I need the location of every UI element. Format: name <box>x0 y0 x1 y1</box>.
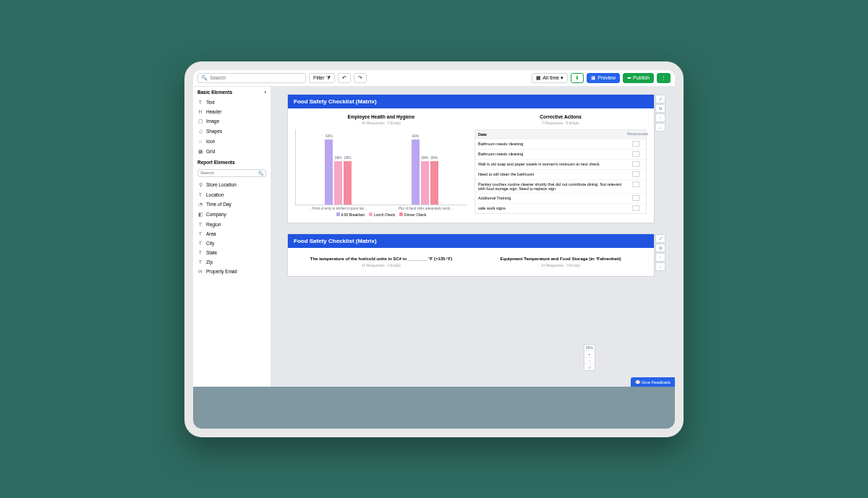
th-date: Date <box>475 130 626 139</box>
zoom-out-button[interactable]: − <box>584 358 595 364</box>
filter-icon: ⧩ <box>326 75 331 81</box>
table-row: Need to still clean the bathroom <box>475 169 646 179</box>
report-card-2[interactable]: ⤢ ⧉ ↑ ↓ Food Safety Checklist (Matrix) T… <box>287 233 655 278</box>
sidebar-item[interactable]: TCity <box>193 239 271 248</box>
bottom-band <box>193 387 675 429</box>
chart-bar: 28% <box>344 161 352 204</box>
sidebar-item[interactable]: ▦Grid <box>193 147 271 157</box>
bar-chart: 42%28%28%42%28%28% <box>295 129 467 205</box>
chart-legend: 6:00 BreakfastLunch CheckDinner Check <box>295 212 467 217</box>
report-card-1[interactable]: ⚙ ⤢ ⧉ ↑ ↓ Food Safety Checklist (Matrix)… <box>287 94 655 223</box>
card-body: The temperature of the hot/cold units in… <box>288 248 654 277</box>
zoom-in-button[interactable]: + <box>584 351 595 358</box>
item-icon: ⚲ <box>197 182 203 188</box>
card-up-button[interactable]: ↑ <box>655 113 665 122</box>
td-resp <box>626 170 646 179</box>
sidebar-item[interactable]: TState <box>193 248 271 257</box>
publish-menu-button[interactable]: ⋮ <box>657 73 671 83</box>
card-expand-button[interactable]: ⤢ <box>655 234 665 243</box>
sidebar-search[interactable]: 🔍 <box>197 169 266 177</box>
chart-x-labels: …Point of entry to kitchen in good rep……… <box>295 207 467 210</box>
report-elements-header[interactable]: Report Elements <box>193 157 271 168</box>
table-row: Wall is old soap and paper towels in wom… <box>475 159 646 169</box>
chevron-left-icon: ‹ <box>265 90 266 95</box>
item-icon: ◇ <box>197 129 203 134</box>
item-label: Icon <box>206 139 215 144</box>
sidebar-item[interactable]: TRegion <box>193 220 271 229</box>
question-col-left: The temperature of the hot/cold units in… <box>295 257 467 268</box>
table-subtitle: 7 Responses · 0 Empty <box>475 121 647 125</box>
item-label: Region <box>206 222 221 227</box>
card-expand-button[interactable]: ⤢ <box>655 95 665 103</box>
sidebar-item[interactable]: ◇Shapes <box>193 126 271 137</box>
card-toolbar: ⤢ ⧉ ↑ ↓ <box>655 234 665 271</box>
sidebar-item[interactable]: ☆Icon <box>193 137 271 147</box>
table-title: Corrective Actions <box>475 114 647 119</box>
question-col-right: Equipment Temperature and Food Storage (… <box>475 257 647 268</box>
td-resp <box>626 150 646 159</box>
download-button[interactable]: ⬇ <box>571 73 584 83</box>
item-label: Header <box>206 109 221 114</box>
item-label: Time of Day <box>206 202 231 207</box>
sidebar-item[interactable]: ⚲Store Location <box>193 180 271 190</box>
app-body: Basic Elements ‹ TTextHHeader▢Image◇Shap… <box>193 87 675 429</box>
filter-button[interactable]: Filter ⧩ <box>309 73 335 83</box>
item-icon: T <box>197 250 203 255</box>
item-icon: ✉ <box>197 269 203 275</box>
item-icon: ☆ <box>197 139 203 145</box>
timerange-button[interactable]: ▦ All time ▾ <box>532 73 568 83</box>
top-toolbar: 🔍 Filter ⧩ ↶ ↷ ▦ All time ▾ ⬇ ▣ Preview … <box>193 70 675 87</box>
card-toolbar: ⤢ ⧉ ↑ ↓ <box>655 95 665 132</box>
sidebar-item[interactable]: TText <box>193 98 271 107</box>
chart-subtitle: 14 Responses · 0 Empty <box>295 121 467 125</box>
chart-bar: 28% <box>430 161 438 204</box>
item-label: Company <box>206 212 226 217</box>
item-label: City <box>206 241 214 246</box>
sidebar-item[interactable]: TLocation <box>193 190 271 199</box>
sidebar-item[interactable]: HHeader <box>193 107 271 116</box>
sidebar-item[interactable]: TZip <box>193 257 271 267</box>
table-row: safe work signs <box>475 203 646 213</box>
undo-button[interactable]: ↶ <box>338 73 351 83</box>
sidebar-item[interactable]: ◧Company <box>193 210 271 220</box>
item-icon: H <box>197 109 203 114</box>
item-icon: ◔ <box>197 202 203 207</box>
feedback-button[interactable]: 💬 Give Feedback <box>631 377 675 387</box>
card-copy-button[interactable]: ⧉ <box>655 104 665 113</box>
sidebar-item[interactable]: ◔Time of Day <box>193 199 271 210</box>
publish-button[interactable]: ➦ Publish <box>623 73 654 83</box>
item-icon: T <box>197 222 203 227</box>
eye-icon: ▣ <box>591 75 596 81</box>
td-resp <box>626 204 646 213</box>
table-row: Bathroom needs cleaning <box>475 149 646 159</box>
card-down-button[interactable]: ↓ <box>655 123 665 132</box>
left-sidebar: Basic Elements ‹ TTextHHeader▢Image◇Shap… <box>193 87 271 429</box>
card-copy-button[interactable]: ⧉ <box>655 244 665 252</box>
redo-button[interactable]: ↷ <box>354 73 367 83</box>
chevron-down-icon: ▾ <box>561 75 563 81</box>
report-canvas[interactable]: ⚙ ⤢ ⧉ ↑ ↓ Food Safety Checklist (Matrix)… <box>271 87 675 429</box>
item-label: Area <box>206 231 216 236</box>
sidebar-search-input[interactable] <box>200 171 258 175</box>
basic-elements-header[interactable]: Basic Elements ‹ <box>193 87 271 98</box>
global-search[interactable]: 🔍 <box>197 73 306 83</box>
zoom-pct[interactable]: 85% <box>584 345 595 351</box>
sidebar-item[interactable]: ✉Property Email <box>193 267 271 277</box>
sidebar-item[interactable]: ▢Image <box>193 116 271 126</box>
td-text: Wall is old soap and paper towels in wom… <box>475 160 626 169</box>
chart-title: Employee Health and Hygiene <box>295 114 467 119</box>
card-down-button[interactable]: ↓ <box>655 262 665 271</box>
preview-button[interactable]: ▣ Preview <box>587 73 620 83</box>
card-up-button[interactable]: ↑ <box>655 253 665 262</box>
search-icon: 🔍 <box>258 171 263 176</box>
table-row: Parsley touches routine cleaner shortly … <box>475 179 646 193</box>
search-input[interactable] <box>210 75 302 80</box>
td-text: Additional Training <box>475 194 626 203</box>
filter-label: Filter <box>313 75 325 80</box>
card-title: Food Safety Checklist (Matrix) <box>288 234 654 248</box>
question-sub: 14 Responses · 0 Empty <box>295 263 467 267</box>
zoom-fit-button[interactable]: ⤢ <box>584 364 595 370</box>
item-label: Shapes <box>206 129 222 134</box>
sidebar-item[interactable]: TArea <box>193 229 271 239</box>
chat-icon: 💬 <box>635 380 640 385</box>
